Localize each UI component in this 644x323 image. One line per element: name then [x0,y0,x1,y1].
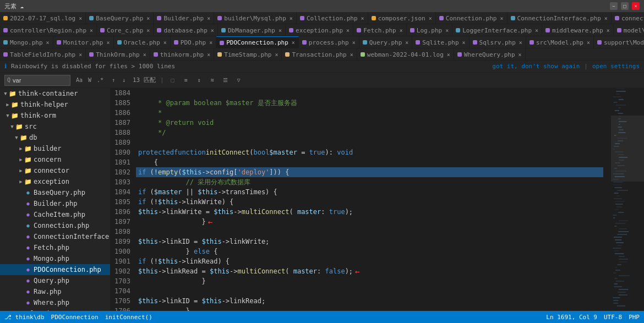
tab-3-4[interactable]: Transaction.php× [282,48,357,61]
tab-2-1[interactable]: Monitor.php× [53,36,114,48]
sidebar-item-6[interactable]: ▶📁connector [0,165,110,176]
tab-close-0-1[interactable]: × [146,15,150,21]
code-line[interactable]: $this->linkID = $this->linkRead; [136,296,603,306]
expand-icon[interactable]: ↕ [195,76,204,85]
sidebar-item-7[interactable]: ▶📁exception [0,176,110,187]
tab-close-2-1[interactable]: × [107,40,110,46]
sidebar-item-1[interactable]: ▼📁think-orm [0,110,110,121]
tab-2-3[interactable]: PDO.php× [171,36,216,48]
code-line[interactable]: if (!empty($this->config['deploy'])) { [136,167,603,177]
sidebar-item-15[interactable]: ●PDOConnection.php [0,264,110,275]
tab-1-1[interactable]: Core_c.php× [97,24,154,36]
sidebar-item-2[interactable]: ▼📁src [0,121,110,132]
code-line[interactable] [136,286,603,296]
tab-2-5[interactable]: process.php× [299,36,359,48]
tab-close-1-8[interactable]: × [607,28,610,34]
tab-0-5[interactable]: composer.json× [368,12,436,24]
tab-close-2-2[interactable]: × [163,40,167,46]
tab-close-2-7[interactable]: × [462,40,466,46]
tab-close-1-1[interactable]: × [146,28,150,34]
status-position[interactable]: Ln 1691, Col 9 [546,314,597,321]
sidebar-item-11[interactable]: ●Connection.php [0,220,110,231]
tab-close-3-6[interactable]: × [519,52,522,58]
tab-close-0-5[interactable]: × [429,15,432,21]
case-sensitive-icon[interactable]: Aa [75,76,84,85]
tab-3-6[interactable]: WhereQuery.php× [454,48,526,61]
code-line[interactable]: * [136,108,603,118]
tab-0-7[interactable]: ConnectionInterface.php× [507,12,612,24]
tab-close-1-5[interactable]: × [400,28,403,34]
filter2-icon[interactable]: ▽ [234,76,243,85]
status-branch[interactable]: ⎇ think\db [4,314,45,321]
code-line[interactable]: $this->linkWrite = $this->multiConnect( … [136,207,603,217]
sidebar-item-5[interactable]: ▶📁concern [0,154,110,165]
tab-1-4[interactable]: exception.php× [286,24,353,36]
tab-close-1-7[interactable]: × [535,28,538,34]
search-input[interactable] [13,77,57,84]
status-class[interactable]: PDOConnection [51,314,99,321]
tab-0-8[interactable]: connector\Mysql.php× [612,12,644,24]
sidebar-item-14[interactable]: ●Mongo.php [0,253,110,264]
code-line[interactable]: if (!$this->linkWrite) { [136,197,603,207]
tab-1-5[interactable]: Fetch.php× [353,24,407,36]
code-line[interactable]: // 采用分布式数据库 [136,177,603,187]
code-line[interactable]: { [136,157,603,167]
tab-close-2-3[interactable]: × [209,40,212,46]
prev-match-icon[interactable]: ↑ [109,76,118,85]
code-line[interactable]: $this->linkRead = $this->multiConnect( m… [136,266,603,276]
close-button[interactable]: × [632,2,640,10]
tab-2-4[interactable]: PDOConnection.php× [216,36,299,48]
tab-close-1-3[interactable]: × [279,28,282,34]
tab-close-1-6[interactable]: × [445,28,449,34]
next-match-icon[interactable]: ↓ [119,76,128,85]
code-line[interactable]: if ($master || $this->transTimes) { [136,187,603,197]
sidebar-item-4[interactable]: ▶📁builder [0,143,110,154]
code-line[interactable]: } else { [136,247,603,256]
tab-1-6[interactable]: Log.php× [407,24,452,36]
notif-action-0[interactable]: got it, don't show again [492,63,580,70]
code-line[interactable]: } [136,306,603,311]
tab-close-0-3[interactable]: × [290,15,293,21]
tab-2-10[interactable]: support\Model.php× [594,36,644,48]
tab-close-0-0[interactable]: × [79,15,82,21]
tab-1-8[interactable]: middleware.php× [542,24,614,36]
code-line[interactable]: } [136,276,603,286]
sidebar-item-16[interactable]: ●Query.php [0,275,110,286]
sidebar-item-13[interactable]: ●Fetch.php [0,242,110,253]
code-line[interactable]: $this->linkID = $this->linkWrite; [136,237,603,247]
sidebar-item-9[interactable]: ●Builder.php [0,198,110,209]
tab-0-3[interactable]: builder\Mysql.php× [214,12,297,24]
filter-icon[interactable]: ⬚ [168,76,177,85]
status-language[interactable]: PHP [629,314,640,321]
code-line[interactable] [136,138,603,147]
sidebar-root[interactable]: ▼📁think-container [0,88,110,99]
maximize-button[interactable]: □ [621,2,629,10]
tab-close-2-9[interactable]: × [587,40,590,46]
more-icon[interactable]: ☰ [221,76,230,85]
tab-1-9[interactable]: model\Region.php× [614,24,644,36]
status-encoding[interactable]: UTF-8 [604,314,622,321]
code-line[interactable]: * @return void [136,118,603,128]
tab-2-2[interactable]: Oracle.php× [114,36,171,48]
regex-icon[interactable]: .* [96,76,105,85]
code-line[interactable]: if (!$this->linkRead) { [136,256,603,266]
code-line[interactable]: }← [136,217,603,227]
sidebar-item-8[interactable]: ●BaseQuery.php [0,187,110,198]
tab-3-5[interactable]: webman-2022-04-01.log× [357,48,454,61]
tab-close-3-3[interactable]: × [275,52,278,58]
tab-1-0[interactable]: controller\Region.php× [0,24,97,36]
sidebar-item-12[interactable]: ●ConnectionInterface.php [0,231,110,242]
tab-0-2[interactable]: Builder.php× [154,12,214,24]
sidebar-item-0[interactable]: ▶📁think-helper [0,99,110,110]
tab-0-6[interactable]: Connection.php× [436,12,507,24]
window-controls[interactable]: − □ × [610,2,640,10]
minimize-button[interactable]: − [610,2,618,10]
tab-close-2-0[interactable]: × [46,40,50,46]
tab-close-0-2[interactable]: × [207,15,210,21]
code-line[interactable]: * @param boolean $master 是否主服务器 [136,98,603,108]
status-method[interactable]: initConnect() [105,314,152,321]
tab-close-1-4[interactable]: × [346,28,350,34]
tab-close-0-7[interactable]: × [604,15,608,21]
tab-3-2[interactable]: thinkorm.php× [150,48,215,61]
tab-close-1-0[interactable]: × [90,28,93,34]
